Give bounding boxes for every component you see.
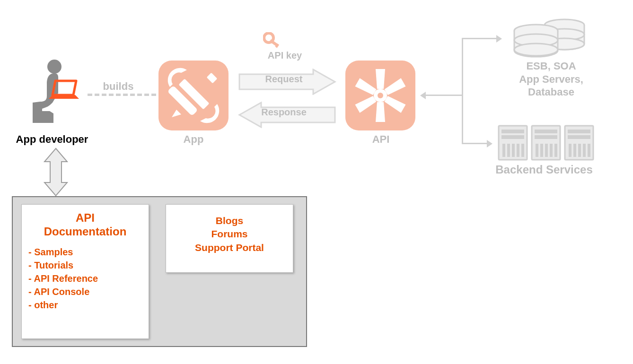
builds-label: builds	[95, 80, 142, 93]
request-label: Request	[255, 74, 312, 85]
community-forums: Forums	[173, 227, 286, 241]
db-label-line2: App Servers,	[519, 73, 583, 85]
svg-point-15	[514, 43, 558, 56]
svg-rect-35	[569, 144, 571, 157]
docs-item-other: - other	[28, 298, 142, 312]
svg-rect-19	[501, 130, 524, 133]
title-line2: Documentation	[44, 225, 127, 238]
svg-point-9	[378, 93, 383, 98]
servers-icon	[497, 123, 596, 163]
arrowhead-servers	[487, 140, 492, 147]
svg-rect-23	[568, 130, 590, 133]
svg-rect-29	[521, 144, 524, 157]
community-support-portal: Support Portal	[173, 241, 286, 254]
arrowhead-db	[496, 35, 502, 43]
connector-h1	[425, 95, 463, 96]
response-label: Response	[255, 107, 312, 118]
builds-dashed-line	[88, 94, 156, 96]
svg-rect-31	[540, 144, 543, 157]
svg-rect-33	[550, 144, 553, 157]
svg-rect-34	[554, 144, 557, 157]
connector-v	[462, 38, 463, 144]
backend-services-label: Backend Services	[483, 163, 606, 176]
svg-rect-26	[507, 144, 510, 157]
svg-point-0	[47, 60, 62, 74]
svg-rect-36	[573, 144, 576, 157]
svg-rect-4	[207, 73, 218, 84]
gear-icon	[345, 61, 415, 130]
title-line1: API	[76, 211, 95, 224]
svg-rect-25	[502, 144, 505, 157]
key-icon	[263, 32, 282, 49]
svg-rect-20	[501, 135, 524, 139]
api-documentation-title: API Documentation	[28, 211, 142, 239]
app-tile	[158, 61, 229, 130]
developer-label: App developer	[9, 133, 95, 146]
svg-marker-3	[172, 110, 181, 117]
docs-item-api-reference: - API Reference	[28, 272, 142, 285]
docs-item-tutorials: - Tutorials	[28, 259, 142, 272]
docs-item-samples: - Samples	[28, 245, 142, 259]
double-arrow	[43, 147, 69, 197]
community-blogs: Blogs	[173, 214, 286, 227]
db-label: ESB, SOA App Servers, Database	[497, 60, 606, 99]
svg-rect-24	[568, 135, 590, 139]
db-label-line3: Database	[528, 86, 574, 98]
community-card: Blogs Forums Support Portal	[166, 204, 293, 273]
apikey-label: API key	[259, 50, 311, 61]
docs-item-api-console: - API Console	[28, 285, 142, 298]
svg-rect-37	[578, 144, 581, 157]
svg-rect-30	[536, 144, 538, 157]
developer-icon	[26, 59, 83, 125]
database-icon	[509, 17, 594, 59]
svg-rect-32	[545, 144, 548, 157]
svg-rect-39	[588, 144, 590, 157]
svg-rect-28	[517, 144, 519, 157]
app-label: App	[168, 133, 219, 146]
diagram-canvas: App developer builds App API k	[0, 0, 633, 364]
svg-rect-38	[583, 144, 586, 157]
connector-bottom	[462, 143, 488, 144]
svg-rect-22	[535, 135, 557, 139]
svg-rect-21	[535, 130, 557, 133]
tools-icon	[158, 61, 229, 130]
svg-rect-27	[512, 144, 515, 157]
arrowhead-into-api	[420, 92, 426, 99]
api-label: API	[364, 133, 397, 146]
api-documentation-card: API Documentation - Samples - Tutorials …	[21, 204, 149, 339]
api-tile	[345, 61, 415, 130]
db-label-line1: ESB, SOA	[526, 60, 576, 72]
connector-top	[462, 38, 497, 39]
